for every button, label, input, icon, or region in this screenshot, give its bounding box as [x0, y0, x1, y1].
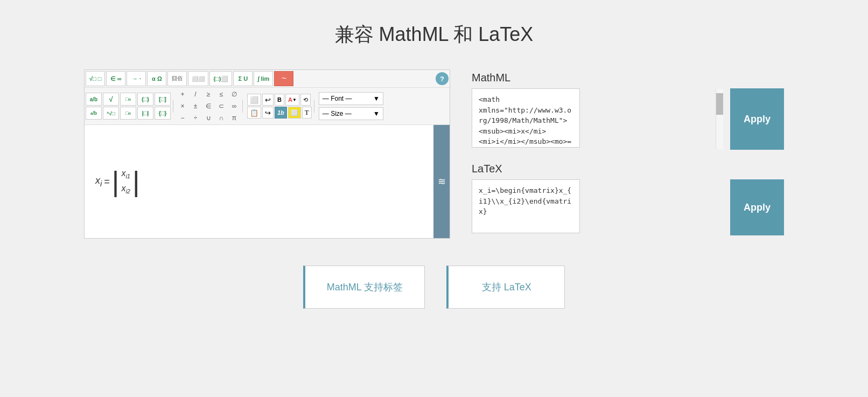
help-button[interactable]: ? [436, 72, 449, 85]
abs-btn[interactable]: |□| [137, 107, 153, 120]
union-btn[interactable]: ∪ [202, 113, 214, 123]
fmt-row1: ⬜ ↩ B A ▼ ⟲ [247, 94, 312, 106]
font-chevron: ▼ [373, 95, 380, 102]
formula-matrix: | xi1 xi2 | [112, 166, 140, 197]
size-chevron: ▼ [373, 110, 380, 117]
greek-btn[interactable]: α Ω [147, 71, 166, 86]
sep2 [242, 100, 243, 113]
latex-input[interactable] [472, 179, 580, 233]
matrix-row2: xi2 [121, 182, 130, 197]
matrix-btn[interactable]: ⬜⬜ [188, 71, 208, 86]
plus-btn[interactable]: + [177, 89, 188, 100]
math-scrollbar[interactable]: ≋ [433, 125, 450, 238]
active-1b-btn[interactable]: 1b [275, 107, 287, 119]
mathml-textarea-wrapper [472, 88, 724, 150]
toolbar-row2: a/b √ □n (□) [□] a/b ⁿ√□ □n |□| {□} [85, 88, 450, 124]
bottom-tabs: MathML 支持标签 支持 LaTeX [303, 266, 565, 309]
latex-support-tab[interactable]: 支持 LaTeX [446, 266, 565, 309]
redo-btn[interactable]: ↪ [262, 107, 274, 119]
toolbar-mini-row2: a/b ⁿ√□ □n |□| {□} [86, 107, 171, 120]
pi-btn[interactable]: π [228, 113, 240, 123]
sqrt2-mini-btn[interactable]: ⁿ√□ [103, 107, 119, 120]
frac-btn[interactable]: a/b [86, 93, 102, 106]
div-slash-btn[interactable]: / [190, 89, 201, 100]
toolbar-ops: + / ≥ ≤ ∅ × ± ∈ ⊂ ∞ [177, 89, 240, 123]
paste-btn[interactable]: 📋 [247, 107, 261, 119]
matrix-right-bracket: | [132, 168, 140, 196]
size-label: — Size — [323, 110, 352, 117]
ops-row1: + / ≥ ≤ ∅ [177, 89, 240, 100]
integral-btn[interactable]: ∫ lim [254, 71, 273, 86]
sup-btn[interactable]: □n [120, 93, 136, 106]
bold-btn[interactable]: B [275, 94, 284, 106]
ops-row2: × ± ∈ ⊂ ∞ [177, 101, 240, 112]
latex-label: LaTeX [472, 163, 784, 175]
bracket-btn[interactable]: [□] [155, 93, 171, 106]
fmt-row2: 📋 ↪ 1b ⬜ T [247, 107, 312, 119]
other-btn[interactable]: ~ [274, 71, 293, 86]
sqrt-btn[interactable]: √□ □ [86, 71, 105, 86]
times-btn[interactable]: × [177, 101, 188, 112]
empty-btn[interactable]: ∅ [228, 89, 240, 100]
editor-section: √□ □ ∈ ∞ → · α Ω 囧佰 ⬜⬜ (□)⬜ Σ U ∫ lim ~ … [84, 69, 450, 239]
latex-panel-row: Apply [472, 179, 784, 235]
matrix-content: xi1 xi2 [119, 166, 132, 197]
mathml-scrollbar[interactable] [716, 89, 723, 149]
sub-btn[interactable]: □n [120, 107, 136, 120]
mathml-apply-button[interactable]: Apply [730, 88, 784, 150]
mathml-input[interactable] [472, 88, 580, 148]
parens-btn[interactable]: (□) [137, 93, 153, 106]
size-dropdown[interactable]: — Size — ▼ [319, 107, 383, 120]
sep1 [173, 100, 173, 113]
main-content: √□ □ ∈ ∞ → · α Ω 囧佰 ⬜⬜ (□)⬜ Σ U ∫ lim ~ … [84, 69, 784, 239]
curly-btn[interactable]: {□} [155, 107, 171, 120]
highlight-btn[interactable]: ⬜ [288, 107, 301, 119]
matrix-row1: xi1 [121, 166, 130, 182]
wrap-btn[interactable]: ⟲ [300, 94, 311, 106]
divide-btn[interactable]: ÷ [190, 113, 201, 123]
set-btn[interactable]: ∈ ∞ [106, 71, 125, 86]
toolbar-mini-group: a/b √ □n (□) [□] a/b ⁿ√□ □n |□| {□} [86, 93, 171, 120]
intersect-btn[interactable]: ∩ [215, 113, 227, 123]
formula-equals: = [104, 176, 110, 187]
math-display-area[interactable]: xi = | xi1 xi2 | [85, 125, 450, 238]
toolbar: √□ □ ∈ ∞ → · α Ω 囧佰 ⬜⬜ (□)⬜ Σ U ∫ lim ~ … [85, 70, 450, 125]
mathml-tags-tab[interactable]: MathML 支持标签 [303, 266, 425, 309]
right-panel: MathML Apply LaTeX Apply [472, 69, 784, 239]
toolbar-mini-row1: a/b √ □n (□) [□] [86, 93, 171, 106]
undo-btn[interactable]: ↩ [262, 94, 274, 106]
subset-btn[interactable]: ⊂ [215, 101, 227, 112]
toolbar-format: ⬜ ↩ B A ▼ ⟲ 📋 ↪ 1b [247, 94, 312, 119]
mathml-panel-row: Apply [472, 88, 784, 150]
fence-btn[interactable]: (□)⬜ [209, 71, 232, 86]
sqrt-mini-btn[interactable]: √ [103, 93, 119, 106]
geq-btn[interactable]: ≥ [202, 89, 214, 100]
mathml-label: MathML [472, 72, 784, 84]
frac2-btn[interactable]: a/b [86, 107, 102, 120]
infty-btn[interactable]: ∞ [228, 101, 240, 112]
scrollbar-icon: ≋ [438, 176, 446, 187]
matrix-left-bracket: | [112, 168, 120, 196]
toolbar-row1: √□ □ ∈ ∞ → · α Ω 囧佰 ⬜⬜ (□)⬜ Σ U ∫ lim ~ … [85, 70, 450, 88]
minus-btn[interactable]: − [177, 113, 188, 123]
copy-btn[interactable]: ⬜ [247, 94, 261, 106]
font-label: — Font — [323, 95, 352, 102]
leq-btn[interactable]: ≤ [215, 89, 227, 100]
latex-apply-button[interactable]: Apply [730, 179, 784, 235]
in-btn[interactable]: ∈ [202, 101, 214, 112]
math-formula: xi = | xi1 xi2 | [95, 166, 139, 197]
editor-wrapper: √□ □ ∈ ∞ → · α Ω 囧佰 ⬜⬜ (□)⬜ Σ U ∫ lim ~ … [84, 69, 450, 239]
font-dropdown[interactable]: — Font — ▼ [319, 92, 383, 105]
color-btn[interactable]: A ▼ [285, 94, 299, 106]
sum-btn[interactable]: Σ U [233, 71, 253, 86]
formula-xi: xi [95, 175, 102, 188]
mathml-section: MathML Apply [472, 72, 784, 150]
page-title: 兼容 MathML 和 LaTeX [335, 22, 534, 48]
cjk-btn[interactable]: 囧佰 [167, 71, 187, 86]
text-btn[interactable]: T [302, 107, 312, 119]
plusminus-btn[interactable]: ± [190, 101, 201, 112]
arrow-btn[interactable]: → · [127, 71, 146, 86]
ops-row3: − ÷ ∪ ∩ π [177, 113, 240, 123]
latex-textarea-wrapper [472, 179, 724, 235]
mathml-scrollbar-thumb [716, 93, 723, 115]
